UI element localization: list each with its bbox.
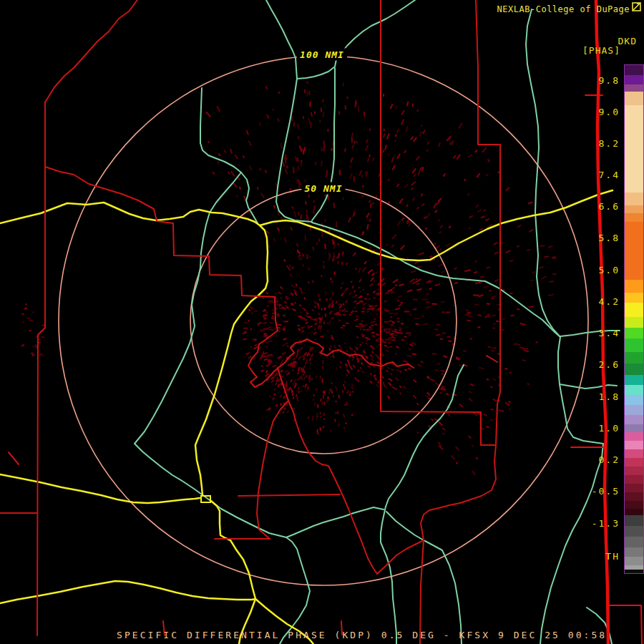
colorbar-segment [625,467,643,475]
colorbar-tick-label: -1.3 [592,518,620,529]
colorbar-segment [625,75,643,84]
colorbar-segment [625,328,643,338]
radar-map-canvas [0,0,644,644]
range-ring-label-50: 50 NMI [302,182,346,195]
highway-yellow [0,581,255,603]
colorbar-segment [625,338,643,352]
county-boundary-red [37,0,137,635]
colorbar-segment [625,458,643,467]
highway-teal [286,507,384,537]
colorbar-tick-label: 5.8 [599,233,620,243]
colorbar-segment [625,395,643,405]
highway-red-thick [596,0,608,644]
colorbar-tick-label: TH [605,551,620,562]
colorbar-tick-label: 9.8 [599,75,620,86]
colorbar-segment [625,449,643,458]
colorbar-tick-label: 0.2 [599,454,620,465]
colorbar-segment [625,484,643,492]
colorbar-segment [625,92,643,105]
colorbar-segment [625,509,643,515]
colorbar-tick-label: 9.0 [599,107,620,117]
colorbar-tick-label: 1.8 [599,391,620,402]
colorbar-segment [625,280,643,293]
colorbar-segment [625,293,643,303]
highway-teal [386,512,462,644]
colorbar-tick-label: -0.5 [592,486,620,497]
colorbar-tick-label: 6.6 [599,201,620,212]
colorbar-segment [625,515,643,526]
colorbar-segment [625,570,643,573]
highway-teal [135,172,310,644]
county-boundary-red [476,0,500,445]
colorbar-tick-label: 4.2 [599,296,620,307]
colorbar-tick-label: 1.0 [599,423,620,434]
colorbar-segment [625,213,643,222]
colorbar-segment [625,364,643,375]
highway-teal [200,88,241,172]
colorbar-segment [625,537,643,547]
product-code-label: DKD [618,36,637,47]
colorbar-segment [625,352,643,364]
colorbar-tick-label: 2.6 [599,359,620,370]
colorbar-segment [625,105,643,192]
county-boundary-red [238,494,340,496]
colorbar-segment [625,192,643,205]
product-units-label: [PHAS] [582,45,620,56]
colorbar-segment [625,65,643,75]
colorbar-segment [625,526,643,537]
county-boundary-red [487,356,497,362]
colorbar-segment [625,205,643,213]
county-boundary-red [381,411,481,412]
county-boundary-red [377,445,496,574]
status-bar-text: SPECIFIC DIFFERENTIAL PHASE (KDP) 0.5 DE… [117,630,607,640]
colorbar-segment [625,501,643,509]
colorbar-segment [625,222,643,280]
colorbar-segment [625,385,643,395]
county-boundary-red [45,167,278,331]
colorbar-tick-label: 5.0 [599,265,620,275]
highway-red [609,605,642,644]
radar-echo-speckle [21,89,556,459]
colorbar-tick-label: 3.4 [599,328,620,338]
colorbar-tick-label: 8.2 [599,138,620,149]
colorbar-tick-label: 7.4 [599,170,620,180]
colorbar-segment [625,492,643,501]
highway-teal [560,384,617,389]
colorbar-segment [625,84,643,92]
colorbar-segment [625,432,643,441]
colorbar-segment [625,475,643,484]
colorbar-segment [625,405,643,415]
colorbar-segment [625,547,643,557]
county-boundary-red [420,540,424,644]
colorbar-segment [625,303,643,317]
colorbar-segment [625,424,643,432]
range-ring-label-100: 100 NMI [297,49,347,61]
colorbar-segment [625,557,643,565]
county-boundary-red [257,401,288,539]
highway-yellow [0,203,268,495]
highway-yellow [211,501,255,644]
highway-teal [312,68,335,220]
colorbar-segment [625,441,643,449]
colorbar [624,64,644,574]
colorbar-segment [625,317,643,328]
county-boundary-red [9,452,19,464]
highway-teal [312,223,560,337]
colorbar-segment [625,415,643,424]
colorbar-segment [625,375,643,385]
page-title: NEXLAB-College of DuPage [497,4,630,14]
cod-logo-icon [632,2,641,11]
radar-viewer: NEXLAB-College of DuPage DKD [PHAS] 9.89… [0,0,644,644]
highway-yellow [0,474,200,503]
